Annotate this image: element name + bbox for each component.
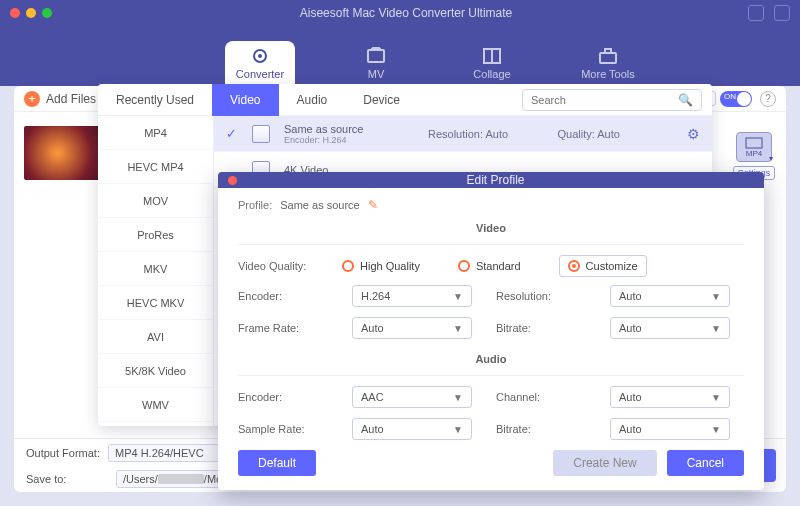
nav-label: More Tools — [581, 68, 635, 80]
video-quality-radios: High Quality Standard Customize — [342, 255, 744, 277]
format-item[interactable]: MOV — [98, 184, 213, 218]
nav-more-tools[interactable]: More Tools — [573, 41, 643, 86]
tab-video[interactable]: Video — [212, 84, 278, 116]
section-audio-title: Audio — [238, 353, 744, 365]
zoom-window-icon[interactable] — [42, 8, 52, 18]
chevron-down-icon: ▼ — [711, 424, 721, 435]
feedback-icon[interactable] — [774, 5, 790, 21]
cancel-button[interactable]: Cancel — [667, 450, 744, 476]
divider — [238, 244, 744, 245]
search-input[interactable] — [531, 94, 678, 106]
profile-row: Profile: Same as source ✎ — [238, 198, 744, 212]
audio-bitrate-label: Bitrate: — [496, 423, 586, 435]
profile-label: Profile: — [238, 199, 272, 211]
sample-rate-label: Sample Rate: — [238, 423, 328, 435]
profile-value: Same as source — [280, 199, 359, 211]
audio-encoder-select[interactable]: AAC▼ — [352, 386, 472, 408]
format-item[interactable]: WMV — [98, 388, 213, 422]
redacted-username — [158, 474, 204, 484]
resolution-select[interactable]: Auto▼ — [610, 285, 730, 307]
format-item[interactable]: HEVC MKV — [98, 286, 213, 320]
svg-point-1 — [258, 54, 262, 58]
edit-icon[interactable]: ✎ — [368, 198, 378, 212]
default-button[interactable]: Default — [238, 450, 316, 476]
minimize-window-icon[interactable] — [26, 8, 36, 18]
nav-collage[interactable]: Collage — [457, 41, 527, 86]
merge-toggle[interactable]: ON — [720, 91, 752, 107]
chevron-down-icon: ▼ — [453, 392, 463, 403]
edit-profile-modal: Edit Profile Profile: Same as source ✎ V… — [218, 172, 764, 490]
nav-converter[interactable]: Converter — [225, 41, 295, 86]
format-item[interactable]: MKV — [98, 252, 213, 286]
radio-customize[interactable]: Customize — [559, 255, 647, 277]
chevron-down-icon: ▼ — [711, 323, 721, 334]
frame-rate-select[interactable]: Auto▼ — [352, 317, 472, 339]
nav-mv[interactable]: MV — [341, 41, 411, 86]
bitrate-label: Bitrate: — [496, 322, 586, 334]
tab-recently-used[interactable]: Recently Used — [98, 84, 212, 116]
toolbox-icon — [597, 47, 619, 65]
modal-titlebar: Edit Profile — [218, 172, 764, 188]
window-traffic-lights — [10, 8, 52, 18]
radio-standard[interactable]: Standard — [458, 255, 521, 277]
tab-audio[interactable]: Audio — [279, 84, 346, 116]
plus-icon: + — [24, 91, 40, 107]
search-icon: 🔍 — [678, 93, 693, 107]
chevron-down-icon: ▾ — [769, 154, 773, 163]
format-item[interactable]: AVI — [98, 320, 213, 354]
key-icon[interactable] — [748, 5, 764, 21]
add-files-button[interactable]: + Add Files ▾ — [24, 91, 108, 107]
format-sidebar: MP4 HEVC MP4 MOV ProRes MKV HEVC MKV AVI… — [98, 116, 214, 426]
converter-icon — [249, 47, 271, 65]
format-item[interactable]: 5K/8K Video — [98, 354, 213, 388]
add-files-label: Add Files — [46, 92, 96, 106]
chevron-down-icon: ▼ — [453, 323, 463, 334]
app-title: Aiseesoft Mac Video Converter Ultimate — [64, 6, 748, 20]
modal-footer: Default Create New Cancel — [218, 450, 764, 490]
channel-label: Channel: — [496, 391, 586, 403]
resolution-label: Resolution: — [496, 290, 586, 302]
svg-rect-5 — [600, 53, 616, 63]
nav-label: Collage — [473, 68, 510, 80]
preset-title: Same as source — [284, 123, 414, 135]
video-thumbnail[interactable] — [24, 126, 108, 180]
radio-icon — [568, 260, 580, 272]
video-encoder-select[interactable]: H.264▼ — [352, 285, 472, 307]
nav-label: Converter — [236, 68, 284, 80]
close-window-icon[interactable] — [10, 8, 20, 18]
section-video-title: Video — [238, 222, 744, 234]
tab-device[interactable]: Device — [345, 84, 418, 116]
encoder-label: Encoder: — [238, 290, 328, 302]
preset-quality: Quality: Auto — [558, 128, 674, 140]
format-item[interactable]: ProRes — [98, 218, 213, 252]
mv-icon — [365, 47, 387, 65]
picker-tabs: Recently Used Video Audio Device 🔍 — [98, 84, 712, 116]
preset-subtitle: Encoder: H.264 — [284, 135, 414, 145]
audio-bitrate-select[interactable]: Auto▼ — [610, 418, 730, 440]
output-format-badge[interactable]: MP4 ▾ — [736, 132, 772, 162]
preset-resolution: Resolution: Auto — [428, 128, 544, 140]
format-item[interactable]: HEVC MP4 — [98, 150, 213, 184]
radio-high-quality[interactable]: High Quality — [342, 255, 420, 277]
format-item[interactable]: MP4 — [98, 116, 213, 150]
video-bitrate-select[interactable]: Auto▼ — [610, 317, 730, 339]
preset-icon — [252, 125, 270, 143]
preset-row[interactable]: ✓ Same as source Encoder: H.264 Resoluti… — [214, 116, 712, 152]
gear-icon[interactable]: ⚙ — [687, 126, 700, 142]
create-new-button[interactable]: Create New — [553, 450, 656, 476]
svg-rect-6 — [605, 49, 611, 53]
file-icon — [745, 137, 763, 149]
main-nav: Converter MV Collage More Tools — [0, 26, 800, 86]
search-box[interactable]: 🔍 — [522, 89, 702, 111]
format-code: MP4 — [746, 149, 762, 158]
chevron-down-icon: ▼ — [711, 392, 721, 403]
channel-select[interactable]: Auto▼ — [610, 386, 730, 408]
chevron-down-icon: ▼ — [453, 291, 463, 302]
modal-title: Edit Profile — [237, 173, 754, 187]
sample-rate-select[interactable]: Auto▼ — [352, 418, 472, 440]
chevron-down-icon: ▼ — [453, 424, 463, 435]
svg-rect-7 — [746, 138, 762, 148]
radio-icon — [458, 260, 470, 272]
close-icon[interactable] — [228, 176, 237, 185]
help-icon[interactable]: ? — [760, 91, 776, 107]
